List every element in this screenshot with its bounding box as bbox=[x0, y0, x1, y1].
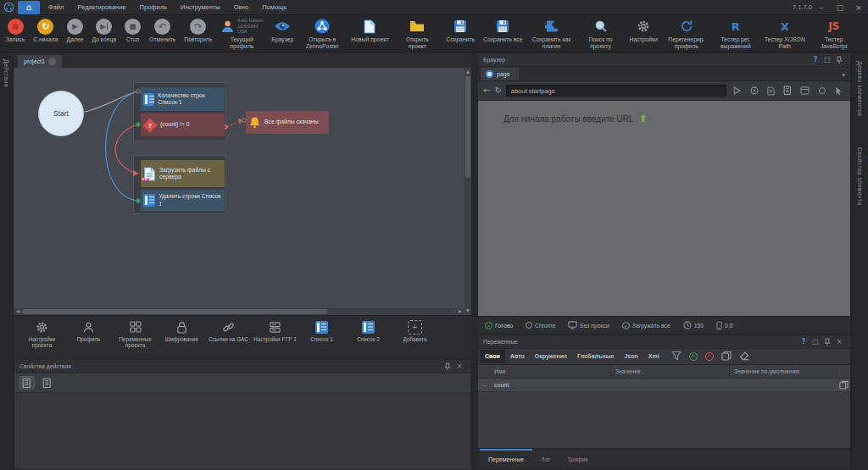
vars-tab-auto[interactable]: Авто bbox=[505, 350, 530, 363]
vars-tab-json[interactable]: Json bbox=[619, 350, 643, 363]
copy-variables-icon[interactable] bbox=[721, 349, 732, 364]
restart-button[interactable]: ↻ С начала bbox=[29, 15, 62, 44]
close-icon[interactable]: × bbox=[833, 338, 845, 346]
save-all-button[interactable]: Сохранить все bbox=[479, 15, 526, 44]
node-delete-rows[interactable]: Удалить строки Список 1 bbox=[141, 190, 225, 211]
start-node[interactable]: Start bbox=[38, 91, 84, 136]
xjson-path-tester-button[interactable]: X Тестер X/JSON Path bbox=[760, 15, 810, 51]
pin-icon[interactable] bbox=[442, 362, 453, 371]
stop-button[interactable]: ■ Стоп bbox=[120, 15, 145, 44]
element-tree-strip-label[interactable]: Дерево элементов bbox=[857, 61, 863, 116]
settings-button[interactable]: Настройки bbox=[626, 15, 662, 44]
minimize-button[interactable]: – bbox=[812, 0, 831, 15]
tab-ftp-settings[interactable]: Настройки FTP 1 bbox=[252, 319, 298, 342]
new-project-button[interactable]: Новый проект bbox=[347, 15, 392, 44]
menu-profile[interactable]: Профиль bbox=[133, 0, 174, 15]
tab-add[interactable]: + Добавить bbox=[392, 319, 438, 342]
status-engine[interactable]: Chrome bbox=[526, 322, 555, 329]
vars-tab-xml[interactable]: Xml bbox=[643, 350, 665, 363]
undo-button[interactable]: ↶ Отменить bbox=[145, 15, 180, 44]
variable-name[interactable]: count bbox=[490, 379, 611, 391]
node-ftp-download[interactable]: FTP Загрузить файлы с сервера bbox=[141, 160, 225, 187]
redo-button[interactable]: ↷ Повторить bbox=[180, 15, 216, 44]
tab-gac-links[interactable]: Ссылки на GAC bbox=[205, 319, 252, 342]
status-load-mode[interactable]: ✓ Загружать все bbox=[622, 322, 670, 329]
home-button[interactable]: ⌂ bbox=[18, 1, 40, 14]
pin-icon[interactable] bbox=[833, 56, 845, 64]
regex-tester-button[interactable]: R Тестер рег. выражений bbox=[711, 15, 760, 51]
help-icon[interactable]: ? bbox=[810, 56, 821, 64]
variable-row[interactable]: → count bbox=[478, 379, 850, 392]
tab-encryption[interactable]: Шифрование bbox=[159, 319, 205, 342]
back-icon[interactable]: ← bbox=[483, 86, 490, 95]
javascript-tester-button[interactable]: JS Тестер JavaScript bbox=[810, 15, 859, 51]
project-search-button[interactable]: Поиск по проекту bbox=[576, 15, 626, 51]
element-properties-strip-label[interactable]: Свойства элемента bbox=[857, 147, 863, 206]
browser-viewport[interactable]: Для начала работы введите URL ⬆ bbox=[478, 101, 850, 316]
help-icon[interactable]: ? bbox=[798, 338, 810, 346]
maximize-panel-icon[interactable]: □ bbox=[821, 56, 833, 64]
save-as-plugin-button[interactable]: Сохранить как плагин bbox=[527, 15, 576, 51]
vars-tab-global[interactable]: Глобальные bbox=[572, 350, 619, 363]
run-icon[interactable] bbox=[731, 86, 743, 95]
tab-profile[interactable]: Профиль bbox=[65, 319, 112, 342]
menu-help[interactable]: Помощь bbox=[255, 0, 293, 15]
page-source-icon[interactable] bbox=[765, 86, 777, 96]
menu-tools[interactable]: Инструменты bbox=[174, 0, 227, 15]
node-alert-files-downloaded[interactable]: Все файлы скачаны bbox=[246, 111, 329, 134]
menu-window[interactable]: Окно bbox=[227, 0, 255, 15]
status-timeout[interactable]: 150 bbox=[683, 321, 704, 329]
regenerate-profile-button[interactable]: Перегенерир. профиль bbox=[662, 15, 711, 51]
tab-list-1[interactable]: Список 1 bbox=[298, 319, 345, 342]
column-default[interactable]: Значение по-умолчанию bbox=[730, 365, 837, 378]
open-project-button[interactable]: Открыть проект bbox=[392, 15, 442, 51]
advanced-properties-icon[interactable] bbox=[40, 376, 55, 390]
variable-value[interactable] bbox=[611, 379, 730, 391]
project-tab-close-icon[interactable] bbox=[48, 58, 56, 65]
canvas-vscrollbar[interactable] bbox=[465, 68, 471, 315]
bottom-tab-traffic[interactable]: Трафик bbox=[559, 449, 596, 469]
network-icon[interactable] bbox=[815, 87, 828, 94]
node-if-condition[interactable]: ? {count} != 0 bbox=[141, 113, 225, 136]
step-next-button[interactable]: ▶ Далее bbox=[63, 15, 88, 44]
url-bar[interactable]: about:startpage bbox=[506, 85, 726, 97]
add-variable-icon[interactable]: + bbox=[689, 352, 698, 361]
flowchart-canvas[interactable]: Start Количество строк Список 1 ? {count… bbox=[14, 68, 471, 315]
column-name[interactable]: Имя bbox=[490, 365, 611, 378]
run-to-end-button[interactable]: ▶ До конца bbox=[87, 15, 120, 44]
status-proxy[interactable]: Без прокси bbox=[568, 321, 609, 329]
close-icon[interactable]: × bbox=[453, 362, 465, 370]
remove-variable-icon[interactable]: − bbox=[705, 352, 714, 361]
current-profile-button[interactable]: Kelly Nelson 10/8/1984 USA Текущий профи… bbox=[216, 15, 267, 51]
close-button[interactable]: × bbox=[849, 0, 868, 15]
tab-list-dropdown-icon[interactable]: ▾ bbox=[842, 72, 845, 79]
pin-icon[interactable] bbox=[821, 338, 833, 346]
tab-list-2[interactable]: Список 2 bbox=[345, 319, 392, 342]
browser-page-tab[interactable]: page bbox=[481, 68, 519, 80]
tab-project-settings[interactable]: Настройки проекта bbox=[19, 319, 65, 349]
select-element-icon[interactable] bbox=[832, 86, 845, 96]
save-button[interactable]: Сохранить bbox=[442, 15, 479, 44]
canvas-hscrollbar[interactable] bbox=[14, 308, 465, 315]
maximize-panel-icon[interactable]: □ bbox=[810, 338, 821, 346]
browser-toggle-button[interactable]: Браузер bbox=[267, 15, 298, 44]
variable-default[interactable] bbox=[730, 379, 837, 391]
tab-project-variables[interactable]: Переменные проекта bbox=[112, 319, 159, 349]
bottom-tab-log[interactable]: Лог bbox=[532, 449, 559, 469]
record-button[interactable]: Запись bbox=[2, 15, 29, 44]
open-in-zennoposter-button[interactable]: Открыть в ZennoPoster bbox=[298, 15, 347, 51]
maximize-button[interactable]: □ bbox=[831, 0, 849, 15]
actions-side-strip[interactable]: Действия bbox=[0, 53, 14, 470]
clear-icon[interactable] bbox=[739, 349, 750, 364]
vars-tab-environment[interactable]: Окружение bbox=[530, 350, 572, 363]
vars-tab-own[interactable]: Свои bbox=[480, 350, 505, 363]
project-tab[interactable]: project1 bbox=[17, 54, 63, 68]
menu-file[interactable]: Файл bbox=[42, 0, 70, 15]
column-value[interactable]: Значение bbox=[611, 365, 730, 378]
tabs-icon[interactable] bbox=[782, 86, 794, 96]
bottom-tab-variables[interactable]: Переменные bbox=[480, 449, 532, 469]
copy-icon[interactable] bbox=[837, 380, 850, 390]
layout-icon[interactable] bbox=[798, 86, 811, 95]
general-properties-icon[interactable] bbox=[19, 376, 35, 390]
node-count-rows[interactable]: Количество строк Список 1 bbox=[141, 87, 225, 111]
